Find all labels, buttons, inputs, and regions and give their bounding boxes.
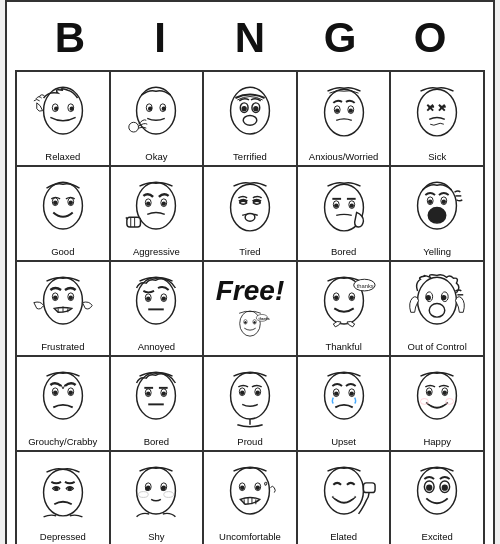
- face-tired: [214, 176, 286, 244]
- svg-point-134: [146, 487, 149, 490]
- cell-terrified[interactable]: Terrified: [204, 72, 298, 167]
- svg-point-16: [243, 115, 257, 125]
- svg-point-55: [443, 200, 446, 203]
- svg-point-121: [444, 391, 447, 394]
- face-frustrated: [27, 271, 99, 339]
- label-yelling: Yelling: [423, 246, 451, 257]
- svg-point-14: [242, 106, 246, 110]
- svg-point-124: [43, 469, 82, 516]
- svg-point-90: [429, 303, 445, 317]
- label-good: Good: [51, 246, 74, 257]
- svg-point-34: [137, 182, 176, 229]
- svg-point-43: [245, 213, 255, 221]
- face-aggressive: [120, 176, 192, 244]
- cell-happy[interactable]: Happy: [391, 357, 485, 452]
- svg-point-101: [147, 392, 150, 395]
- cell-free[interactable]: Free! thanks: [204, 262, 298, 357]
- svg-point-33: [69, 201, 72, 204]
- face-excited: [401, 461, 473, 529]
- cell-thankful[interactable]: thanks Thankful: [298, 262, 392, 357]
- svg-point-106: [231, 372, 270, 419]
- label-anxious: Anxious/Worried: [309, 151, 379, 162]
- svg-point-88: [427, 295, 431, 299]
- cell-anxious[interactable]: Anxious/Worried: [298, 72, 392, 167]
- face-okay: [120, 81, 192, 149]
- cell-frustrated[interactable]: Frustrated: [17, 262, 111, 357]
- svg-point-8: [149, 107, 152, 110]
- face-relaxed: [27, 81, 99, 149]
- svg-rect-146: [363, 482, 375, 492]
- label-sick: Sick: [428, 151, 446, 162]
- label-frustrated: Frustrated: [41, 341, 84, 352]
- cell-aggressive[interactable]: Aggressive: [111, 167, 205, 262]
- letter-g: G: [300, 14, 380, 62]
- svg-point-71: [240, 311, 261, 336]
- label-proud: Proud: [237, 436, 262, 447]
- cell-tired[interactable]: Tired: [204, 167, 298, 262]
- face-terrified: [214, 81, 286, 149]
- cell-sick[interactable]: Sick: [391, 72, 485, 167]
- letter-o: O: [390, 14, 470, 62]
- cell-shy[interactable]: Shy: [111, 452, 205, 544]
- cell-proud[interactable]: Proud: [204, 357, 298, 452]
- cell-okay[interactable]: Okay: [111, 72, 205, 167]
- cell-bored2[interactable]: Bored: [111, 357, 205, 452]
- cell-bored[interactable]: Bored: [298, 167, 392, 262]
- svg-point-69: [163, 297, 166, 300]
- svg-point-15: [254, 106, 258, 110]
- cell-yelling[interactable]: Yelling: [391, 167, 485, 262]
- label-happy: Happy: [423, 436, 450, 447]
- svg-point-98: [137, 372, 176, 419]
- face-good: [27, 176, 99, 244]
- svg-point-48: [350, 204, 353, 207]
- label-grouchy: Grouchy/Crabby: [28, 436, 97, 447]
- cell-grouchy[interactable]: Grouchy/Crabby: [17, 357, 111, 452]
- svg-point-3: [55, 107, 58, 110]
- svg-point-56: [428, 207, 445, 223]
- svg-point-126: [68, 487, 71, 490]
- svg-point-136: [231, 467, 270, 514]
- svg-point-74: [245, 322, 247, 324]
- face-out-of-control: [401, 271, 473, 339]
- svg-text:thanks: thanks: [259, 317, 270, 321]
- svg-point-9: [163, 107, 166, 110]
- svg-point-38: [163, 202, 166, 205]
- cell-uncomfortable[interactable]: Uncomfortable: [204, 452, 298, 544]
- svg-point-95: [69, 391, 72, 394]
- face-sick: [401, 81, 473, 149]
- label-okay: Okay: [145, 151, 167, 162]
- svg-point-140: [256, 486, 259, 489]
- cell-out-of-control[interactable]: Out of Control: [391, 262, 485, 357]
- letter-n: N: [210, 14, 290, 62]
- svg-point-75: [254, 322, 256, 324]
- face-proud: [214, 366, 286, 434]
- face-thankful: thanks: [308, 271, 380, 339]
- svg-point-22: [418, 89, 457, 136]
- svg-point-21: [349, 109, 352, 112]
- face-bored: [308, 176, 380, 244]
- face-annoyed: [120, 271, 192, 339]
- svg-point-151: [443, 485, 448, 490]
- cell-elated[interactable]: Elated: [298, 452, 392, 544]
- cell-relaxed[interactable]: Relaxed: [17, 72, 111, 167]
- cell-excited[interactable]: Excited: [391, 452, 485, 544]
- cell-annoyed[interactable]: Annoyed: [111, 262, 205, 357]
- svg-point-139: [241, 486, 244, 489]
- cell-good[interactable]: Good: [17, 167, 111, 262]
- cell-depressed[interactable]: Depressed: [17, 452, 111, 544]
- label-upset: Upset: [331, 436, 356, 447]
- svg-point-29: [43, 182, 82, 229]
- bingo-card: B I N G O: [5, 0, 495, 544]
- svg-point-65: [137, 277, 176, 324]
- svg-point-94: [54, 391, 57, 394]
- svg-point-82: [350, 296, 353, 299]
- svg-point-125: [55, 487, 58, 490]
- cell-upset[interactable]: Upset: [298, 357, 392, 452]
- svg-point-127: [137, 467, 176, 514]
- label-excited: Excited: [422, 531, 453, 542]
- svg-point-37: [147, 202, 150, 205]
- svg-point-145: [324, 467, 363, 514]
- svg-point-120: [428, 391, 431, 394]
- bingo-grid: Relaxed Okay: [15, 70, 485, 544]
- label-bored2: Bored: [144, 436, 169, 447]
